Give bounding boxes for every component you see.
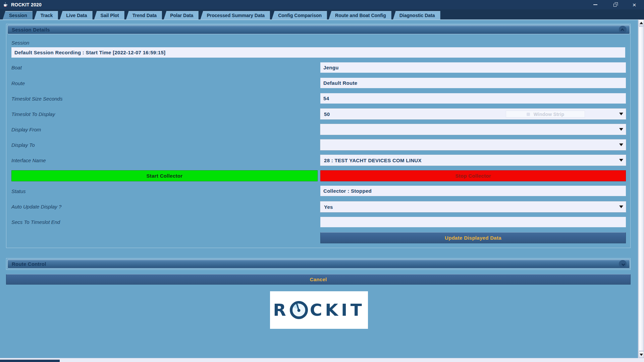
- boat-value: Jengu: [323, 65, 339, 70]
- scrollbar-corner: [638, 358, 644, 362]
- status-label: Status: [11, 188, 26, 194]
- window-strip-ghost-icon: [527, 113, 530, 116]
- stop-collector-label: Stop Collector: [455, 173, 491, 179]
- java-app-icon[interactable]: [2, 2, 8, 8]
- display-from-combobox[interactable]: [320, 124, 626, 135]
- minimize-icon: [593, 4, 597, 5]
- tab-trend-data[interactable]: Trend Data: [126, 11, 162, 19]
- close-button[interactable]: ×: [625, 0, 644, 9]
- gauge-dial-icon: [289, 300, 309, 320]
- session-label: Session: [11, 40, 29, 46]
- status-value: Collector : Stopped: [323, 188, 372, 194]
- chevron-down-icon: [619, 128, 623, 131]
- session-details-header: Session Details: [7, 25, 630, 34]
- chevron-down-icon: [619, 143, 623, 146]
- timeslot-size-value: 54: [323, 96, 329, 101]
- route-control-header: Route Control: [7, 259, 630, 268]
- content-divider: [0, 19, 638, 20]
- logo-letter-r: R: [273, 302, 289, 318]
- update-displayed-data-button[interactable]: Update Displayed Data: [320, 232, 626, 243]
- dropdown-arrow-button[interactable]: [618, 202, 625, 211]
- tab-processed-summary-data[interactable]: Processed Summary Data: [200, 11, 270, 19]
- boat-label: Boat: [11, 65, 22, 70]
- boat-field[interactable]: Jengu: [320, 62, 626, 73]
- start-collector-label: Start Collector: [147, 173, 183, 179]
- interface-name-combobox[interactable]: 28 : TEST YACHT DEVICES COM LINUX: [320, 155, 626, 166]
- collapse-section-button[interactable]: [619, 26, 627, 34]
- auto-update-display-combobox[interactable]: Yes: [320, 201, 626, 212]
- tab-track[interactable]: Track: [34, 11, 58, 19]
- timeslot-size-label: Timeslot Size Seconds: [11, 96, 62, 102]
- update-displayed-data-label: Update Displayed Data: [445, 235, 501, 241]
- tab-sail-plot[interactable]: Sail Plot: [94, 11, 124, 19]
- tab-live-data[interactable]: Live Data: [60, 11, 92, 19]
- logo-letters-ckit: CKIT: [310, 302, 365, 318]
- horizontal-scrollbar-thumb[interactable]: [0, 360, 60, 362]
- secs-to-timeslot-end-field[interactable]: [320, 217, 626, 227]
- interface-name-label: Interface Name: [11, 158, 46, 163]
- auto-update-display-label: Auto Update Display ?: [11, 204, 61, 209]
- window-title: ROCKIT 2020: [11, 2, 42, 7]
- dropdown-arrow-button[interactable]: [618, 140, 625, 149]
- titlebar: ROCKIT 2020 ×: [0, 0, 644, 9]
- secs-to-timeslot-end-label: Secs To Timeslot End: [11, 219, 60, 225]
- dropdown-arrow-button[interactable]: [618, 110, 625, 118]
- cancel-button[interactable]: Cancel: [6, 274, 631, 285]
- vertical-scrollbar[interactable]: [638, 19, 644, 358]
- tab-config-comparison[interactable]: Config Comparison: [272, 11, 327, 19]
- route-label: Route: [11, 80, 25, 86]
- tab-bar: Session Track Live Data Sail Plot Trend …: [0, 9, 644, 19]
- dropdown-arrow-button[interactable]: [618, 125, 625, 134]
- horizontal-scrollbar[interactable]: [0, 358, 638, 362]
- tab-session[interactable]: Session: [3, 11, 33, 19]
- tab-polar-data[interactable]: Polar Data: [164, 11, 199, 19]
- chevron-up-icon: [620, 28, 624, 32]
- tab-diagnostic-data[interactable]: Diagnostic Data: [393, 11, 440, 19]
- display-to-label: Display To: [11, 142, 35, 148]
- window-strip-ghost-label: Window Strip: [534, 112, 565, 117]
- tab-route-and-boat-config[interactable]: Route and Boat Config: [329, 11, 391, 19]
- timeslot-to-display-label: Timeslot To Display: [11, 111, 55, 117]
- triangle-up-icon: [640, 22, 643, 24]
- session-value: Default Session Recording : Start Time […: [14, 50, 165, 55]
- scroll-up-button[interactable]: [639, 19, 644, 26]
- chevron-down-icon: [619, 113, 623, 115]
- minimize-button[interactable]: [586, 0, 605, 9]
- triangle-down-icon: [640, 354, 643, 356]
- start-collector-button[interactable]: Start Collector: [11, 170, 318, 181]
- chevron-down-icon: [619, 159, 623, 162]
- scroll-down-button[interactable]: [639, 351, 644, 358]
- timeslot-to-display-value: 50: [324, 111, 330, 117]
- chevron-down-icon: [621, 262, 625, 266]
- auto-update-display-value: Yes: [324, 204, 333, 210]
- cancel-label: Cancel: [310, 277, 327, 282]
- session-field[interactable]: Default Session Recording : Start Time […: [11, 47, 625, 58]
- expand-section-button[interactable]: [619, 260, 627, 268]
- display-to-combobox[interactable]: [320, 139, 626, 150]
- route-value: Default Route: [323, 80, 357, 86]
- close-icon: ×: [632, 2, 636, 8]
- interface-name-value: 28 : TEST YACHT DEVICES COM LINUX: [324, 158, 422, 163]
- display-from-label: Display From: [11, 127, 41, 132]
- rockit-logo: R CKIT: [270, 291, 368, 329]
- window-strip-ghost-overlay: Window Strip: [506, 111, 585, 118]
- route-control-title: Route Control: [12, 261, 46, 267]
- session-details-title: Session Details: [12, 27, 50, 33]
- status-field: Collector : Stopped: [320, 186, 626, 196]
- route-field[interactable]: Default Route: [320, 78, 626, 88]
- timeslot-size-field[interactable]: 54: [320, 93, 626, 104]
- dropdown-arrow-button[interactable]: [618, 156, 625, 165]
- restore-icon: [613, 4, 616, 7]
- restore-button[interactable]: [605, 0, 625, 9]
- vertical-scrollbar-thumb[interactable]: [639, 26, 644, 351]
- stop-collector-button[interactable]: Stop Collector: [320, 170, 626, 181]
- caption-buttons: ×: [586, 0, 644, 9]
- chevron-down-icon: [619, 205, 623, 208]
- rockit-logo-text: R CKIT: [273, 300, 365, 320]
